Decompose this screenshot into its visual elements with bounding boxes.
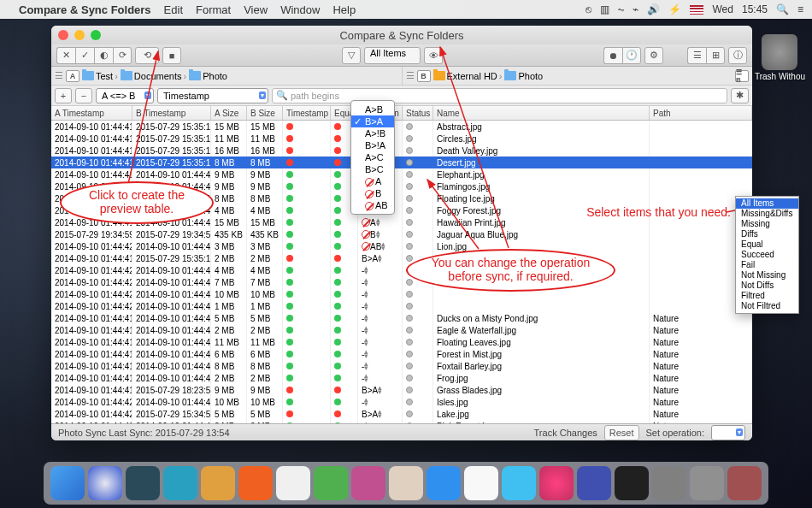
op-menu-item[interactable]: B>A (351, 115, 394, 127)
col-path[interactable]: Path (650, 106, 752, 120)
operation-cell[interactable]: - ▴▾ (358, 300, 403, 312)
dock-app-7[interactable] (351, 466, 385, 500)
table-row[interactable]: 2014-09-10 01:44:412015-07-29 15:35:198 … (51, 157, 752, 168)
table-row[interactable]: 2014-09-10 01:44:412014-09-10 01:44:412 … (51, 372, 752, 384)
dock-app-5[interactable] (276, 466, 310, 500)
path-seg-photo-a[interactable]: Photo (189, 71, 227, 81)
menu-window[interactable]: Window (280, 3, 320, 16)
operation-cell[interactable]: AB ▴▾ (358, 240, 403, 252)
dock-safari[interactable] (88, 466, 122, 500)
dock-app-6[interactable] (314, 466, 348, 500)
col-b-timestamp[interactable]: B Timestamp (132, 106, 211, 120)
filter-menu-item[interactable]: Filtred (736, 291, 798, 301)
col-a-timestamp[interactable]: A Timestamp (51, 106, 132, 120)
list-view-button[interactable]: ☰ (687, 47, 706, 64)
table-row[interactable]: 2014-09-10 01:44:412014-09-10 01:44:4111… (51, 336, 752, 348)
eye-button[interactable]: 👁 (424, 47, 443, 64)
table-row[interactable]: 2014-09-10 01:44:412015-07-29 15:35:1916… (51, 145, 752, 157)
dock-itunes[interactable] (539, 466, 574, 500)
filter-icon[interactable]: ▽ (342, 47, 361, 64)
operation-cell[interactable]: B>A ▴▾ (358, 384, 403, 396)
dock-trash[interactable] (690, 466, 724, 500)
table-row[interactable]: 2014-09-10 01:44:412015-07-29 15:35:1915… (51, 121, 752, 133)
cancel-button[interactable]: ✕ (56, 47, 75, 64)
menu-edit[interactable]: Edit (164, 3, 183, 16)
filter-menu-item[interactable]: Diffs (736, 229, 798, 239)
col-timestamp[interactable]: Timestamp (283, 106, 331, 120)
titlebar[interactable]: Compare & Sync Folders (51, 26, 752, 44)
filter-menu-item[interactable]: Not Missing (736, 270, 798, 281)
remove-button[interactable]: − (75, 88, 92, 103)
operation-cell[interactable]: - ▴▾ (358, 264, 403, 276)
check-button[interactable]: ✓ (75, 47, 94, 64)
column-view-button[interactable]: ⊞ (706, 47, 725, 64)
sync-mode-select[interactable]: A <=> B (96, 88, 154, 103)
wifi-icon[interactable]: ⏦ (618, 3, 624, 15)
settings-button[interactable]: ⚙ (644, 47, 663, 64)
operation-cell[interactable]: - ▴▾ (358, 420, 403, 423)
menu-help[interactable]: Help (332, 3, 356, 16)
table-row[interactable]: 2014-09-10 01:44:422014-09-10 01:44:424 … (51, 264, 752, 276)
dock-app-10[interactable] (464, 466, 498, 500)
dock-app-9[interactable] (427, 466, 461, 500)
app-menu[interactable]: Compare & Sync Folders (19, 3, 151, 16)
operation-cell[interactable]: - ▴▾ (358, 348, 403, 360)
dock-terminal[interactable] (615, 466, 649, 500)
reset-button[interactable]: Reset (604, 425, 639, 440)
clock-button[interactable]: 🕐 (622, 47, 641, 64)
op-menu-item[interactable]: A>C (351, 151, 394, 163)
path-seg-photo-b[interactable]: Photo (504, 71, 543, 81)
operation-cell[interactable]: - ▴▾ (358, 372, 403, 384)
col-b-size[interactable]: B Size (247, 106, 283, 120)
info-button[interactable]: ⓘ (728, 47, 747, 64)
op-menu-item[interactable]: B (351, 187, 394, 199)
dock-app-3[interactable] (201, 466, 235, 500)
input-source-icon[interactable] (690, 5, 703, 15)
notification-icon[interactable]: ≡ (797, 3, 803, 15)
filter-menu-item[interactable]: Not Diffs (736, 281, 798, 291)
col-status[interactable]: Status (403, 106, 433, 120)
op-menu-item[interactable]: B>C (351, 163, 394, 175)
filter-select[interactable]: All Items (364, 47, 421, 64)
operation-cell[interactable]: - ▴▾ (358, 276, 403, 288)
operation-cell[interactable]: - ▴▾ (358, 396, 403, 408)
col-a-size[interactable]: A Size (211, 106, 247, 120)
filter-menu-item[interactable]: Equal (736, 239, 798, 250)
dock-app-2[interactable] (163, 466, 197, 500)
op-menu-item[interactable]: A>B (351, 103, 394, 115)
search-field[interactable]: 🔍 path begins (272, 88, 727, 103)
operation-cell[interactable]: - ▴▾ (358, 324, 403, 336)
bluetooth-icon[interactable]: ⌁ (633, 3, 638, 15)
path-b-nav-icon[interactable]: ☰ (406, 70, 415, 81)
set-operation-select[interactable] (711, 425, 745, 440)
preview-button[interactable]: ◐ (94, 47, 113, 64)
dock-sysprefs[interactable] (652, 466, 686, 500)
table-row[interactable]: 2014-09-10 01:44:422014-09-10 01:44:423 … (51, 240, 752, 252)
table-row[interactable]: 2014-09-10 01:44:422014-09-10 01:44:421 … (51, 300, 752, 312)
dock-app-8[interactable] (389, 466, 423, 500)
operation-cell[interactable]: A ▴▾ (358, 216, 403, 228)
table-row[interactable]: 2014-09-10 01:44:422014-09-10 01:44:4210… (51, 396, 752, 408)
sync-button[interactable]: ⟲ (135, 47, 159, 64)
record-button[interactable]: ⏺ (603, 47, 622, 64)
table-row[interactable]: 2014-09-10 01:44:412014-09-10 01:44:415 … (51, 312, 752, 324)
table-row[interactable]: 2014-09-10 01:44:412014-09-10 01:44:419 … (51, 168, 752, 180)
path-seg-external[interactable]: External HD› (433, 71, 503, 81)
charge-icon[interactable]: ⚡ (668, 3, 681, 15)
op-menu-item[interactable]: A>!B (351, 127, 394, 139)
op-menu-item[interactable]: B>!A (351, 139, 394, 151)
clock-day[interactable]: Wed (712, 3, 733, 15)
op-menu-item[interactable]: AB (351, 199, 394, 211)
path-seg-documents[interactable]: Documents› (121, 71, 186, 81)
operation-cell[interactable]: - ▴▾ (358, 312, 403, 324)
desktop-trash[interactable]: Trash Withou (755, 34, 805, 81)
col-name[interactable]: Name (433, 106, 650, 120)
spotlight-icon[interactable]: 🔍 (776, 3, 789, 15)
dock-app-1[interactable] (126, 466, 160, 500)
filter-menu-item[interactable]: Not Filtred (736, 301, 798, 311)
path-b-nav-badge[interactable]: ☰ B (735, 70, 749, 82)
refresh-button[interactable]: ⟳ (113, 47, 132, 64)
op-menu-item[interactable]: A (351, 175, 394, 187)
path-a-nav-icon[interactable]: ☰ (55, 70, 63, 81)
operation-cell[interactable]: - ▴▾ (358, 360, 403, 372)
